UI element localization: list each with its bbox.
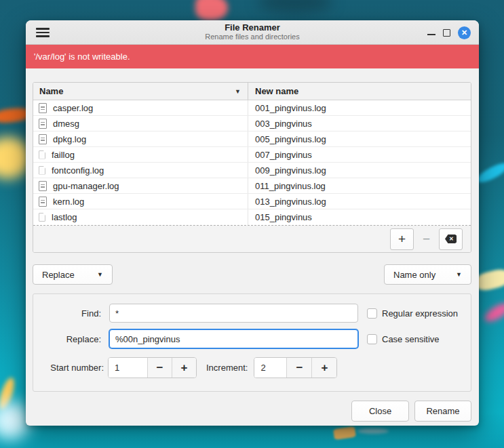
new-name-cell: 009_pingvinus.log bbox=[248, 163, 471, 178]
table-row[interactable]: fontconfig.log009_pingvinus.log bbox=[33, 163, 471, 178]
plain-file-icon bbox=[39, 213, 45, 222]
error-banner: '/var/log' is not writeable. bbox=[26, 45, 479, 68]
file-name-cell: gpu-manager.log bbox=[33, 178, 248, 193]
minus-icon: − bbox=[157, 361, 163, 375]
title-block: File Renamer Rename files and directorie… bbox=[26, 22, 479, 41]
file-name-cell: dpkg.log bbox=[33, 131, 248, 146]
close-window-button[interactable]: ✕ bbox=[458, 26, 471, 39]
increment-increment-button[interactable]: + bbox=[311, 358, 336, 378]
plain-file-icon bbox=[39, 150, 45, 159]
start-number-stepper: − + bbox=[108, 357, 197, 378]
remove-files-button[interactable]: − bbox=[414, 228, 438, 250]
scope-value: Name only bbox=[393, 270, 435, 280]
table-row[interactable]: faillog007_pingvinus bbox=[33, 147, 471, 163]
wallpaper-blob bbox=[333, 426, 356, 440]
minus-icon: − bbox=[423, 232, 430, 247]
wallpaper-blob bbox=[482, 300, 504, 325]
operation-dropdown[interactable]: Replace ▼ bbox=[33, 264, 113, 285]
file-name-cell: kern.log bbox=[33, 194, 248, 209]
plain-file-icon bbox=[39, 166, 45, 175]
content-area: Name ▼ New name casper.log001_pingvinus.… bbox=[26, 82, 479, 422]
case-sensitive-checkbox[interactable]: Case sensitive bbox=[367, 334, 440, 344]
name-column-header[interactable]: Name ▼ bbox=[33, 83, 248, 100]
file-new-name: 011_pingvinus.log bbox=[255, 181, 326, 191]
wallpaper-blob bbox=[195, 0, 228, 20]
sort-descending-icon: ▼ bbox=[235, 88, 241, 95]
find-row: Find: Regular expression bbox=[33, 304, 471, 323]
window-title: File Renamer bbox=[26, 22, 479, 33]
new-name-cell: 007_pingvinus bbox=[248, 147, 471, 162]
rename-button[interactable]: Rename bbox=[414, 401, 471, 422]
file-new-name: 001_pingvinus.log bbox=[255, 103, 326, 113]
start-number-increment-button[interactable]: + bbox=[172, 358, 196, 378]
wallpaper-blob bbox=[357, 428, 389, 434]
replace-input[interactable] bbox=[109, 329, 358, 348]
wallpaper-blob bbox=[258, 0, 332, 14]
file-name-cell: lastlog bbox=[33, 209, 248, 225]
start-number-input[interactable] bbox=[109, 358, 147, 378]
checkbox-unchecked-icon bbox=[367, 308, 377, 319]
file-name-cell: faillog bbox=[33, 147, 248, 162]
new-name-cell: 011_pingvinus.log bbox=[248, 178, 471, 193]
table-row[interactable]: lastlog015_pingvinus bbox=[33, 209, 471, 225]
name-column-label: Name bbox=[39, 86, 63, 96]
checkbox-unchecked-icon bbox=[367, 334, 377, 344]
new-name-cell: 015_pingvinus bbox=[248, 209, 471, 225]
plus-icon: + bbox=[181, 361, 188, 375]
maximize-button[interactable] bbox=[443, 29, 450, 37]
find-input[interactable] bbox=[109, 304, 358, 323]
clear-all-icon bbox=[445, 235, 457, 243]
file-new-name: 015_pingvinus bbox=[255, 212, 312, 222]
plus-icon: + bbox=[321, 361, 328, 375]
plus-icon: + bbox=[398, 232, 406, 247]
new-name-column-header[interactable]: New name bbox=[248, 83, 471, 100]
list-toolbar: + − bbox=[33, 226, 471, 252]
new-name-cell: 003_pingvinus bbox=[248, 116, 471, 131]
chevron-down-icon: ▼ bbox=[456, 271, 462, 278]
window-controls: ✕ bbox=[427, 20, 471, 45]
file-table: Name ▼ New name casper.log001_pingvinus.… bbox=[33, 82, 471, 253]
file-name: dpkg.log bbox=[53, 134, 86, 144]
text-file-icon bbox=[39, 134, 47, 144]
error-message: '/var/log' is not writeable. bbox=[34, 52, 130, 62]
start-number-decrement-button[interactable]: − bbox=[147, 358, 172, 378]
file-new-name: 013_pingvinus.log bbox=[255, 197, 326, 207]
file-name: casper.log bbox=[53, 103, 93, 113]
clear-list-button[interactable] bbox=[439, 228, 463, 250]
close-button[interactable]: Close bbox=[351, 401, 409, 422]
file-name: dmesg bbox=[53, 119, 79, 129]
file-renamer-window: File Renamer Rename files and directorie… bbox=[26, 20, 479, 426]
file-name: fontconfig.log bbox=[52, 165, 104, 176]
table-row[interactable]: kern.log013_pingvinus.log bbox=[33, 194, 471, 209]
text-file-icon bbox=[39, 119, 47, 129]
increment-decrement-button[interactable]: − bbox=[286, 358, 311, 378]
new-name-cell: 001_pingvinus.log bbox=[248, 100, 471, 115]
operation-value: Replace bbox=[42, 270, 75, 280]
new-name-cell: 005_pingvinus.log bbox=[248, 131, 471, 146]
regex-checkbox[interactable]: Regular expression bbox=[367, 308, 458, 319]
add-files-button[interactable]: + bbox=[390, 228, 414, 250]
new-name-column-label: New name bbox=[255, 86, 298, 96]
file-name: faillog bbox=[52, 150, 75, 160]
file-new-name: 003_pingvinus bbox=[255, 119, 312, 129]
find-label: Find: bbox=[33, 308, 101, 319]
increment-stepper: − + bbox=[254, 357, 337, 378]
file-name: lastlog bbox=[52, 212, 77, 222]
table-row[interactable]: dmesg003_pingvinus bbox=[33, 116, 471, 131]
scope-dropdown[interactable]: Name only ▼ bbox=[384, 264, 471, 285]
chevron-down-icon: ▼ bbox=[97, 271, 103, 278]
file-new-name: 005_pingvinus.log bbox=[255, 134, 326, 144]
minimize-button[interactable] bbox=[427, 28, 435, 37]
increment-label: Increment: bbox=[206, 363, 248, 373]
file-new-name: 007_pingvinus bbox=[255, 150, 312, 160]
regex-label: Regular expression bbox=[382, 308, 458, 319]
replace-label: Replace: bbox=[33, 334, 101, 344]
table-row[interactable]: gpu-manager.log011_pingvinus.log bbox=[33, 178, 471, 194]
close-icon: ✕ bbox=[461, 29, 467, 37]
text-file-icon bbox=[39, 103, 47, 113]
table-row[interactable]: dpkg.log005_pingvinus.log bbox=[33, 131, 471, 147]
start-number-label: Start number: bbox=[33, 363, 104, 373]
file-new-name: 009_pingvinus.log bbox=[255, 165, 326, 176]
table-row[interactable]: casper.log001_pingvinus.log bbox=[33, 100, 471, 116]
increment-input[interactable] bbox=[254, 358, 286, 378]
